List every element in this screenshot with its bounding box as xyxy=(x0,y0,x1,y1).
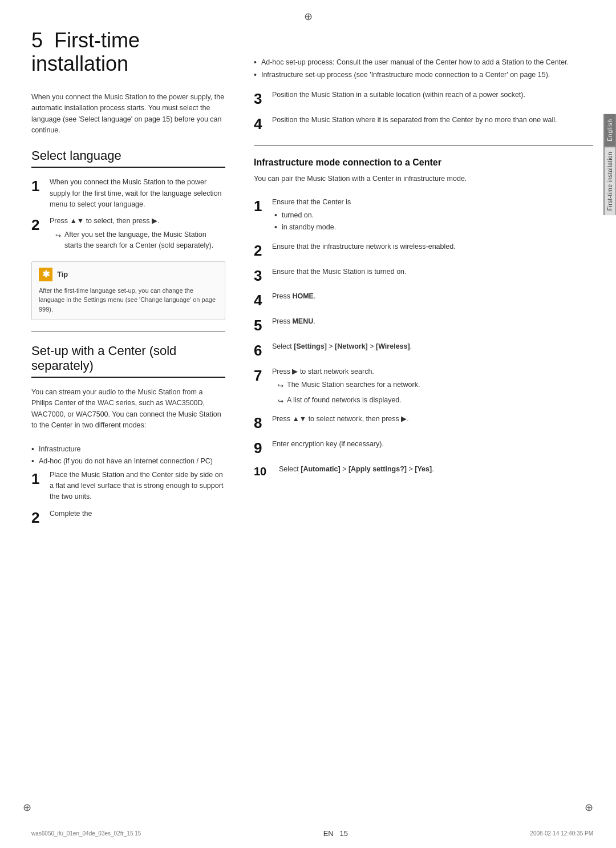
center-standby: • in standby mode. xyxy=(274,222,593,233)
setup-step-num-2: 2 xyxy=(31,508,47,528)
infra-step-4-content: Press HOME. xyxy=(272,291,593,302)
yes-label: [Yes] xyxy=(415,465,432,473)
tip-box: ✱ Tip After the first-time language set-… xyxy=(31,261,225,321)
mode-adhoc: • Ad-hoc (if you do not have an Internet… xyxy=(31,456,225,467)
center-subbullets: • turned on. • in standby mode. xyxy=(274,210,593,233)
infra-step-1-content: Ensure that the Center is • turned on. •… xyxy=(272,197,593,236)
step-2: 2 Press ▲▼ to select, then press ▶. ↪ Af… xyxy=(31,216,225,253)
divider-1 xyxy=(31,332,225,332)
arrow-icon: ↪ xyxy=(55,229,61,241)
infra-step-8: 8 Press ▲▼ to select network, then press… xyxy=(254,414,593,433)
infra-step-3: 3 Ensure that the Music Station is turne… xyxy=(254,266,593,286)
arrow-icon: ↪ xyxy=(278,395,283,407)
side-tab: English First-time installation xyxy=(603,114,616,215)
infra-step-num-3: 3 xyxy=(254,266,270,286)
right-step-num-3: 3 xyxy=(254,90,270,109)
infra-step-7-substep1: ↪ The Music Station searches for a netwo… xyxy=(278,379,593,391)
infra-step-7-sub2-text: A list of found networks is displayed. xyxy=(287,395,402,406)
footer-date: 2008-02-14 12:40:35 PM xyxy=(530,830,593,837)
step-2-substep: ↪ After you set the language, the Music … xyxy=(55,229,225,252)
infra-step-1: 1 Ensure that the Center is • turned on.… xyxy=(254,197,593,236)
infra-step-7-content: Press ▶ to start network search. ↪ The M… xyxy=(272,366,593,409)
bullet-dot: • xyxy=(274,210,277,221)
menu-label: MENU xyxy=(292,317,313,325)
tip-header: ✱ Tip xyxy=(39,268,218,281)
left-column: 5 First-timeinstallation When you connec… xyxy=(31,23,242,802)
bullet-infrastructure: • Infrastructure set-up process (see 'In… xyxy=(254,70,593,81)
infra-step-num-4: 4 xyxy=(254,291,270,310)
step-1: 1 When you connect the Music Station to … xyxy=(31,177,225,210)
infra-step-2-content: Ensure that the infrastructure network i… xyxy=(272,241,593,252)
tip-star-icon: ✱ xyxy=(39,268,52,281)
footer: was6050_ifu_01en_04de_03es_02fr_15 15 EN… xyxy=(31,829,593,838)
bullet-adhoc: • Ad-hoc set-up process: Consult the use… xyxy=(254,57,593,68)
infra-step-8-content: Press ▲▼ to select network, then press ▶… xyxy=(272,414,593,425)
setup-step-num-1: 1 xyxy=(31,470,47,489)
tip-label: Tip xyxy=(57,270,68,278)
center-standby-text: in standby mode. xyxy=(282,222,336,233)
setup-step-2: 2 Complete the xyxy=(31,508,225,528)
infra-step-7: 7 Press ▶ to start network search. ↪ The… xyxy=(254,366,593,409)
divider-2 xyxy=(254,146,593,146)
setup-center-intro: You can stream your audio to the Music S… xyxy=(31,387,225,431)
side-tab-install: First-time installation xyxy=(605,147,615,215)
infra-step-7-sub1-text: The Music Station searches for a network… xyxy=(287,379,420,390)
mode-adhoc-text: Ad-hoc (if you do not have an Internet c… xyxy=(39,456,213,467)
wireless-label: [Wireless] xyxy=(376,342,410,350)
infra-step-num-2: 2 xyxy=(254,241,270,261)
infra-step-num-8: 8 xyxy=(254,414,270,433)
setup-step-1-content: Place the Music Station and the Center s… xyxy=(50,470,225,503)
infrastructure-heading: Infrastructure mode connection to a Cent… xyxy=(254,158,593,168)
bullet-dot: • xyxy=(254,57,257,68)
infra-step-6-content: Select [Settings] > [Network] > [Wireles… xyxy=(272,341,593,352)
right-step-4: 4 Position the Music Station where it is… xyxy=(254,115,593,134)
setup-step-2-content: Complete the xyxy=(50,508,225,519)
right-step-num-4: 4 xyxy=(254,115,270,134)
infrastructure-intro: You can pair the Music Station with a Ce… xyxy=(254,173,593,184)
apply-label: [Apply settings?] xyxy=(348,465,407,473)
right-step-4-content: Position the Music Station where it is s… xyxy=(272,115,593,126)
center-on: • turned on. xyxy=(274,210,593,221)
infra-step-num-1: 1 xyxy=(254,197,270,216)
infra-step-num-6: 6 xyxy=(254,341,270,361)
right-step-3-content: Position the Music Station in a suitable… xyxy=(272,90,593,100)
network-label: [Network] xyxy=(335,342,368,350)
infra-step-10-content: Select [Automatic] > [Apply settings?] >… xyxy=(279,464,593,475)
infra-step-5-content: Press MENU. xyxy=(272,316,593,327)
crosshair-top-icon: ⊕ xyxy=(304,10,313,23)
infra-step-num-9: 9 xyxy=(254,439,270,458)
infra-step-2: 2 Ensure that the infrastructure network… xyxy=(254,241,593,261)
right-step-3: 3 Position the Music Station in a suitab… xyxy=(254,90,593,109)
step-num-2: 2 xyxy=(31,216,47,235)
step-num-1: 1 xyxy=(31,177,47,196)
footer-en-label: EN xyxy=(323,829,334,838)
chapter-title: 5 First-timeinstallation xyxy=(31,29,225,76)
main-content: 5 First-timeinstallation When you connec… xyxy=(31,23,593,802)
home-label: HOME xyxy=(292,292,314,300)
modes-list: • Infrastructure • Ad-hoc (if you do not… xyxy=(31,444,225,467)
crosshair-bottom-left-icon: ⊕ xyxy=(23,801,31,814)
bullet-adhoc-text: Ad-hoc set-up process: Consult the user … xyxy=(261,57,569,68)
step-1-content: When you connect the Music Station to th… xyxy=(50,177,225,210)
infra-step-3-content: Ensure that the Music Station is turned … xyxy=(272,266,593,277)
setup-center-heading: Set-up with a Center (sold separately) xyxy=(31,344,225,378)
footer-page-num: 15 xyxy=(340,829,348,838)
bullet-dot: • xyxy=(31,444,34,455)
bullet-dot: • xyxy=(254,70,257,81)
mode-infrastructure: • Infrastructure xyxy=(31,444,225,455)
tip-content: After the first-time language set-up, yo… xyxy=(39,286,218,314)
crosshair-bottom-right-icon: ⊕ xyxy=(585,801,593,814)
infra-step-5: 5 Press MENU. xyxy=(254,316,593,336)
footer-page: EN 15 xyxy=(323,829,348,838)
setup-step-1: 1 Place the Music Station and the Center… xyxy=(31,470,225,503)
mode-infrastructure-text: Infrastructure xyxy=(39,444,81,455)
infra-step-num-10: 10 xyxy=(254,464,274,479)
page: ⊕ English First-time installation 5 Firs… xyxy=(0,0,616,848)
center-on-text: turned on. xyxy=(282,210,314,221)
infra-step-num-5: 5 xyxy=(254,316,270,336)
chapter-num: 5 xyxy=(31,29,43,52)
right-column: • Ad-hoc set-up process: Consult the use… xyxy=(242,23,593,802)
bullet-infrastructure-text: Infrastructure set-up process (see 'Infr… xyxy=(261,70,550,80)
infra-step-9-content: Enter encryption key (if necessary). xyxy=(272,439,593,450)
settings-label: [Settings] xyxy=(294,342,327,350)
